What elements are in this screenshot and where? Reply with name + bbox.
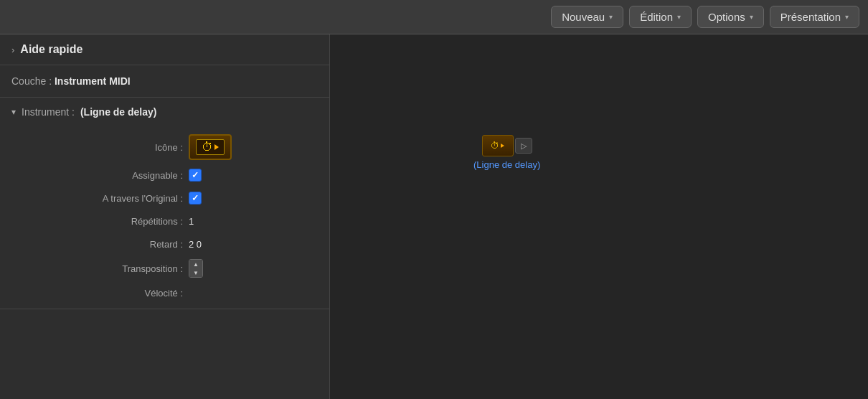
properties-table: Icône : ⏱ Assignable : [0,126,329,309]
assignable-row: Assignable : [0,164,329,187]
canvas-area: ⏱ ▷ (Ligne de delay) [330,34,868,399]
icone-value: ⏱ [189,134,318,160]
node-clock-icon: ⏱ [491,141,499,151]
retard-row: Retard : 2 0 [0,233,329,255]
repetitions-number: 1 [189,216,194,227]
node-secondary-icon[interactable]: ▷ [515,138,532,154]
instrument-icon-inner: ⏱ [196,139,225,155]
top-menu-bar: Nouveau ▾ Édition ▾ Options ▾ Présentati… [0,0,868,34]
stepper-up-icon[interactable]: ▲ [189,260,202,268]
assignable-value [189,169,318,182]
transposition-row: Transposition : ▲ ▼ [0,255,329,281]
options-label: Options [708,11,745,23]
instrument-prefix: Instrument : [22,106,75,118]
icone-label: Icône : [11,142,189,153]
aide-rapide-section[interactable]: › Aide rapide [0,34,329,65]
node-icons: ⏱ ▷ [482,135,532,156]
couche-prefix: Couche : [11,75,52,87]
retard-value: 2 0 [189,239,318,250]
atravers-label: A travers l'Original : [11,193,189,204]
velocite-row: Vélocité : [0,281,329,304]
transposition-label: Transposition : [11,263,189,274]
left-panel: › Aide rapide Couche : Instrument MIDI ▾… [0,34,330,399]
clock-icon: ⏱ [202,141,213,154]
nouveau-menu-button[interactable]: Nouveau ▾ [551,6,623,28]
repetitions-label: Répétitions : [11,216,189,227]
instrument-header[interactable]: ▾ Instrument : (Ligne de delay) [0,98,329,126]
velocite-label: Vélocité : [11,288,189,299]
presentation-label: Présentation [780,11,841,23]
node-main-icon[interactable]: ⏱ [482,135,514,156]
instrument-name: (Ligne de delay) [80,106,157,118]
node-container: ⏱ ▷ (Ligne de delay) [473,135,540,170]
options-chevron-icon: ▾ [750,13,753,21]
arrow-indicator-icon [214,144,219,150]
atravers-value [189,192,318,205]
retard-label: Retard : [11,239,189,250]
presentation-chevron-icon: ▾ [845,13,849,21]
node-name-label[interactable]: (Ligne de delay) [473,159,540,170]
icone-row: Icône : ⏱ [0,131,329,164]
options-menu-button[interactable]: Options ▾ [697,6,764,28]
edition-label: Édition [640,11,673,23]
instrument-chevron-icon: ▾ [11,107,16,117]
atravers-row: A travers l'Original : [0,187,329,210]
node-arrow-icon [501,144,504,148]
edition-menu-button[interactable]: Édition ▾ [629,6,692,28]
instrument-icon-box[interactable]: ⏱ [189,134,232,160]
main-layout: › Aide rapide Couche : Instrument MIDI ▾… [0,34,868,399]
retard-number: 2 0 [189,239,202,250]
transposition-stepper[interactable]: ▲ ▼ [189,259,203,278]
transposition-value: ▲ ▼ [189,259,318,278]
nouveau-chevron-icon: ▾ [609,13,613,21]
atravers-checkbox[interactable] [189,192,202,205]
presentation-menu-button[interactable]: Présentation ▾ [770,6,859,28]
couche-value: Instrument MIDI [55,75,131,87]
assignable-checkbox[interactable] [189,169,202,182]
nouveau-label: Nouveau [562,11,605,23]
repetitions-row: Répétitions : 1 [0,210,329,233]
aide-rapide-chevron-icon: › [11,44,14,55]
stepper-down-icon[interactable]: ▼ [189,268,202,277]
assignable-label: Assignable : [11,170,189,181]
repetitions-value: 1 [189,216,318,227]
instrument-section: ▾ Instrument : (Ligne de delay) Icône : … [0,98,329,309]
edition-chevron-icon: ▾ [677,13,681,21]
couche-row: Couche : Instrument MIDI [0,65,329,98]
aide-rapide-label: Aide rapide [20,43,82,56]
